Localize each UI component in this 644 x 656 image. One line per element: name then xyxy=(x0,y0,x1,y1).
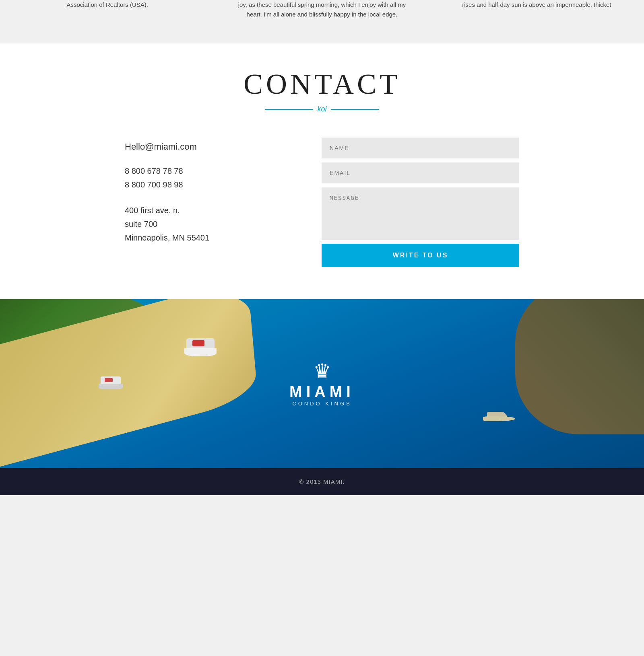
top-col-3: rises and half-day sun is above an imper… xyxy=(429,0,644,19)
address-line-3: Minneapolis, MN 55401 xyxy=(125,231,289,245)
top-col-3-text: rises and half-day sun is above an imper… xyxy=(446,0,628,10)
hero-logo: ♛ MIAMI CONDO KINGS xyxy=(289,361,355,407)
contact-form: WRITE TO US xyxy=(322,138,519,267)
top-col-1: Association of Realtors (USA). xyxy=(0,0,215,19)
boat-3 xyxy=(483,409,515,421)
boat-1 xyxy=(180,336,221,356)
boat-1-hull xyxy=(184,348,217,356)
contact-info: Hello@miami.com 8 800 678 78 78 8 800 70… xyxy=(125,138,289,267)
logo-miami-text: MIAMI xyxy=(289,383,355,401)
top-section: Association of Realtors (USA). joy, as t… xyxy=(0,0,644,43)
contact-title: CONTACT xyxy=(0,68,644,101)
address-line-1: 400 first ave. n. xyxy=(125,204,289,217)
contact-header: CONTACT koi xyxy=(0,68,644,113)
address-line-2: suite 700 xyxy=(125,217,289,231)
divider-line-right xyxy=(331,109,379,110)
top-col-2-text: joy, as these beautiful spring morning, … xyxy=(231,0,413,19)
logo-sub-text: CONDO KINGS xyxy=(289,401,355,407)
contact-email: Hello@miami.com xyxy=(125,142,289,152)
contact-phones: 8 800 678 78 78 8 800 700 98 98 xyxy=(125,164,289,191)
divider-ornament: koi xyxy=(317,105,326,113)
boat-2-hull xyxy=(99,384,123,389)
top-col-2: joy, as these beautiful spring morning, … xyxy=(215,0,429,19)
submit-button[interactable]: WRITE TO US xyxy=(322,244,519,267)
footer-copyright: © 2013 MIAMI. xyxy=(299,478,345,485)
top-col-1-text: Association of Realtors (USA). xyxy=(16,0,198,10)
message-textarea[interactable] xyxy=(322,187,519,240)
contact-phone-1: 8 800 678 78 78 xyxy=(125,164,289,178)
hero-section: ♛ MIAMI CONDO KINGS xyxy=(0,299,644,468)
cliff-right xyxy=(515,299,644,434)
name-input[interactable] xyxy=(322,138,519,158)
contact-section: CONTACT koi Hello@miami.com 8 800 678 78… xyxy=(0,43,644,299)
divider-line-left xyxy=(265,109,313,110)
contact-address: 400 first ave. n. suite 700 Minneapolis,… xyxy=(125,204,289,245)
boat-3-hull xyxy=(483,416,515,421)
boat-1-accent xyxy=(192,340,204,346)
crown-icon: ♛ xyxy=(289,361,355,381)
boat-2 xyxy=(97,375,125,389)
email-input[interactable] xyxy=(322,162,519,183)
footer: © 2013 MIAMI. xyxy=(0,468,644,495)
contact-body: Hello@miami.com 8 800 678 78 78 8 800 70… xyxy=(101,138,543,267)
boat-2-accent xyxy=(105,378,113,382)
contact-phone-2: 8 800 700 98 98 xyxy=(125,178,289,191)
contact-divider: koi xyxy=(0,105,644,113)
